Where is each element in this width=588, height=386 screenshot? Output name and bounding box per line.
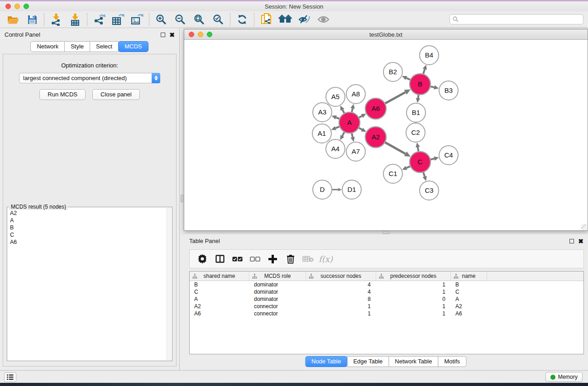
task-history-button[interactable]: [4, 372, 16, 382]
hide-graphics-details-button[interactable]: [295, 12, 314, 27]
graph-edge-B-B2[interactable]: [402, 76, 410, 80]
criterion-dropdown[interactable]: largest connected component (directed): [19, 73, 160, 83]
search-input[interactable]: [459, 14, 583, 24]
graph-edge-C-C4[interactable]: [430, 157, 439, 161]
close-panel-icon[interactable]: ✖: [169, 33, 175, 37]
table-cell[interactable]: C: [190, 289, 249, 295]
graph-node-C1[interactable]: C1: [383, 164, 402, 183]
open-session-button[interactable]: [4, 12, 23, 27]
zoom-in-button[interactable]: [152, 12, 171, 27]
graph-edge-A-A8[interactable]: [350, 104, 354, 112]
column-header-name[interactable]: name: [451, 272, 487, 281]
graph-node-B[interactable]: B: [410, 74, 430, 95]
table-cell[interactable]: 1: [376, 289, 451, 295]
table-cell[interactable]: A2: [451, 303, 487, 310]
graph-node-A5[interactable]: A5: [326, 87, 345, 106]
select-all-button[interactable]: [229, 251, 246, 267]
table-settings-button[interactable]: [193, 251, 211, 267]
graph-edge-A6-B[interactable]: [385, 90, 411, 104]
vertical-split-handle[interactable]: [181, 195, 183, 202]
graph-node-B1[interactable]: B1: [406, 103, 425, 122]
table-cell[interactable]: B: [190, 281, 249, 288]
table-row[interactable]: Bdominator41B: [190, 281, 583, 288]
close-panel-button[interactable]: Close panel: [92, 89, 140, 100]
graph-edge-B-B1[interactable]: [416, 95, 421, 103]
table-cell[interactable]: A6: [451, 310, 487, 317]
graph-node-A3[interactable]: A3: [313, 103, 332, 122]
tab-network[interactable]: Network: [30, 41, 65, 52]
table-cell[interactable]: 4: [306, 289, 376, 295]
graph-node-A4[interactable]: A4: [326, 139, 345, 158]
table-cell[interactable]: A6: [190, 310, 249, 317]
split-view-button[interactable]: [211, 251, 229, 267]
table-cell[interactable]: dominator: [249, 289, 306, 295]
table-cell[interactable]: 1: [376, 303, 451, 310]
graph-node-D[interactable]: D: [313, 180, 332, 199]
graph-node-C2[interactable]: C2: [406, 123, 425, 142]
column-header-MCDS-role[interactable]: MCDS role: [249, 272, 306, 281]
result-scrollbar[interactable]: [167, 208, 172, 360]
zoom-fit-button[interactable]: [190, 12, 209, 27]
graph-edge-A-A4[interactable]: [340, 132, 344, 140]
table-cell[interactable]: B: [451, 281, 487, 288]
add-column-button[interactable]: [264, 251, 282, 267]
graph-edge-A-A3[interactable]: [332, 115, 339, 119]
table-cell[interactable]: dominator: [249, 281, 306, 288]
float-panel-button[interactable]: [161, 33, 165, 37]
graph-edge-A-A7[interactable]: [350, 133, 354, 142]
graph-node-B3[interactable]: B3: [439, 81, 458, 100]
graph-node-B2[interactable]: B2: [383, 62, 402, 81]
tab-mcds[interactable]: MCDS: [118, 41, 148, 52]
graph-edge-A-A1[interactable]: [331, 126, 339, 130]
export-network-button[interactable]: [90, 12, 109, 27]
result-item[interactable]: A2: [8, 210, 167, 217]
table-cell[interactable]: 8: [306, 296, 376, 302]
duplicate-network-button[interactable]: [257, 12, 276, 27]
delete-columns-button[interactable]: [282, 251, 299, 267]
tab-motifs[interactable]: Motifs: [438, 356, 466, 367]
column-header-shared-name[interactable]: shared name: [190, 272, 249, 281]
home-pair-button[interactable]: [276, 12, 295, 27]
network-canvas[interactable]: B4B2BB3A8A5A6A3B1AC2A1A2A4A7C4CC1DC3D1: [184, 40, 588, 230]
graph-edge-B-B4[interactable]: [423, 65, 427, 74]
graph-node-A[interactable]: A: [339, 112, 360, 133]
import-network-button[interactable]: [47, 12, 66, 27]
zoom-selected-button[interactable]: [209, 12, 228, 27]
tab-node-table[interactable]: Node Table: [305, 356, 348, 367]
apply-function-button[interactable]: f(x): [317, 251, 335, 267]
delete-table-button[interactable]: [299, 251, 317, 267]
zoom-out-button[interactable]: [171, 12, 190, 27]
table-cell[interactable]: 1: [376, 310, 451, 317]
graph-node-C3[interactable]: C3: [420, 181, 439, 200]
graph-node-D1[interactable]: D1: [342, 180, 361, 199]
table-cell[interactable]: 1: [376, 281, 451, 288]
memory-button[interactable]: Memory: [545, 372, 583, 382]
table-cell[interactable]: C: [451, 289, 487, 295]
result-item[interactable]: A: [8, 217, 167, 224]
table-cell[interactable]: A: [190, 296, 249, 302]
tab-edge-table[interactable]: Edge Table: [347, 356, 389, 367]
table-cell[interactable]: A: [451, 296, 487, 302]
table-row[interactable]: A2connector11A2: [190, 303, 583, 310]
deselect-all-button[interactable]: [246, 251, 264, 267]
close-table-panel-icon[interactable]: ✖: [578, 239, 583, 243]
table-row[interactable]: Adominator80A: [190, 295, 583, 303]
table-cell[interactable]: 4: [306, 281, 376, 288]
table-cell[interactable]: 1: [306, 310, 376, 317]
export-image-button[interactable]: [128, 12, 147, 27]
column-header-predecessor-nodes[interactable]: predecessor nodes: [376, 272, 451, 281]
save-session-button[interactable]: [23, 12, 42, 27]
column-header-successor-nodes[interactable]: successor nodes: [306, 272, 376, 281]
refresh-button[interactable]: [233, 12, 252, 27]
tab-style[interactable]: Style: [64, 41, 90, 52]
graph-node-A2[interactable]: A2: [365, 127, 386, 148]
horizontal-split-handle[interactable]: [382, 231, 389, 234]
result-item[interactable]: C: [8, 232, 167, 239]
export-table-button[interactable]: [109, 12, 128, 27]
graph-edge-A-A2[interactable]: [359, 128, 366, 132]
graph-node-A8[interactable]: A8: [346, 85, 365, 104]
graph-edge-C-C3[interactable]: [423, 172, 427, 181]
search-field[interactable]: [449, 14, 583, 24]
graph-edge-A-A5[interactable]: [340, 105, 344, 113]
graph-node-C4[interactable]: C4: [439, 146, 458, 165]
